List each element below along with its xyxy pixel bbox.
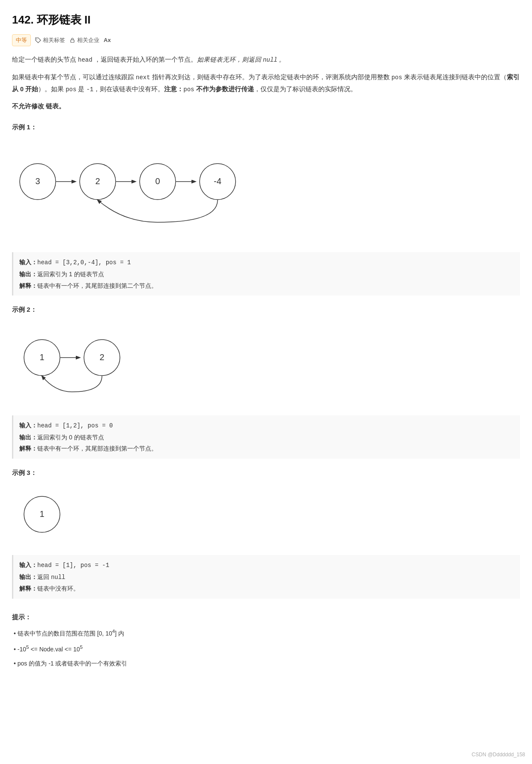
example3-title: 示例 3： <box>12 467 520 478</box>
example2-desc: 输入：head = [1,2], pos = 0 输出：返回索引为 0 的链表节… <box>12 415 520 459</box>
page-title: 142. 环形链表 II <box>12 10 520 29</box>
tags-row: 中等 相关标签 相关企业 Ax <box>12 34 520 46</box>
tag-icon <box>35 37 41 43</box>
diagram3: 1 <box>12 484 520 548</box>
font-tag[interactable]: Ax <box>104 36 111 45</box>
no-modify-text: 不允许修改 链表。 <box>12 101 520 112</box>
example1-explain: 解释：链表中有一个环，其尾部连接到第二个节点。 <box>19 280 514 292</box>
description-para1: 给定一个链表的头节点 head ，返回链表开始入环的第一个节点。如果链表无环，则… <box>12 54 520 66</box>
example2-explain: 解释：链表中有一个环，其尾部连接到第一个节点。 <box>19 443 514 454</box>
svg-text:1: 1 <box>39 352 44 362</box>
hints-title: 提示： <box>12 612 520 623</box>
diagram1: 3 2 0 -4 <box>12 139 520 245</box>
related-companies[interactable]: 相关企业 <box>69 36 99 45</box>
example3-explain: 解释：链表中没有环。 <box>19 583 514 594</box>
svg-text:1: 1 <box>39 509 44 519</box>
example3-input: 输入：head = [1], pos = -1 <box>19 559 514 571</box>
svg-text:2: 2 <box>95 176 100 186</box>
example1-title: 示例 1： <box>12 122 520 133</box>
diagram2: 1 2 <box>12 321 520 408</box>
lock-icon <box>69 37 75 43</box>
hint-item-1: • 链表中节点的数目范围在范围 [0, 104] 内 <box>12 627 520 639</box>
svg-text:-4: -4 <box>214 176 221 186</box>
example1-desc: 输入：head = [3,2,0,-4], pos = 1 输出：返回索引为 1… <box>12 252 520 295</box>
svg-text:3: 3 <box>35 176 40 186</box>
svg-rect-1 <box>71 40 74 42</box>
hint-item-2: • -105 <= Node.val <= 105 <box>12 642 520 655</box>
svg-text:0: 0 <box>155 176 160 186</box>
svg-text:2: 2 <box>99 352 104 362</box>
svg-point-0 <box>36 39 37 39</box>
example2-input: 输入：head = [1,2], pos = 0 <box>19 420 514 432</box>
difficulty-badge[interactable]: 中等 <box>12 34 31 46</box>
example2-title: 示例 2： <box>12 304 520 315</box>
example1-input: 输入：head = [3,2,0,-4], pos = 1 <box>19 257 514 269</box>
example3-output: 输出：返回 null <box>19 571 514 583</box>
example3-desc: 输入：head = [1], pos = -1 输出：返回 null 解释：链表… <box>12 555 520 599</box>
example1-output: 输出：返回索引为 1 的链表节点 <box>19 269 514 280</box>
example2-output: 输出：返回索引为 0 的链表节点 <box>19 432 514 443</box>
related-tags[interactable]: 相关标签 <box>35 36 65 45</box>
hint-item-3: • pos 的值为 -1 或者链表中的一个有效索引 <box>12 658 520 669</box>
hints-section: 提示： • 链表中节点的数目范围在范围 [0, 104] 内 • -105 <=… <box>12 607 520 669</box>
description-para2: 如果链表中有某个节点，可以通过连续跟踪 next 指针再次到达，则链表中存在环。… <box>12 72 520 95</box>
